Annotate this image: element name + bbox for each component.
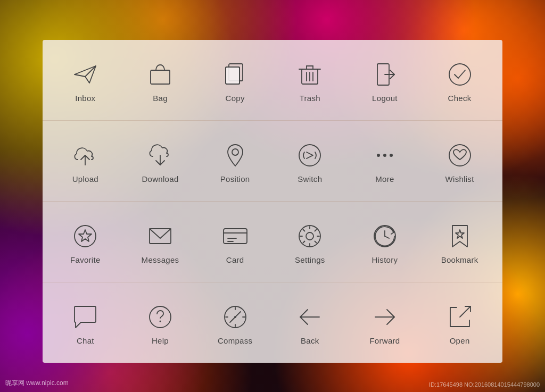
history-icon <box>370 221 400 251</box>
wishlist-icon <box>445 140 475 170</box>
bookmark-icon <box>445 221 475 251</box>
copy-item[interactable]: Copy <box>206 60 265 103</box>
logout-item[interactable]: Logout <box>356 60 414 103</box>
help-icon <box>145 302 175 332</box>
icon-row-1: Inbox Bag Copy <box>43 40 502 121</box>
messages-item[interactable]: Messages <box>131 221 189 264</box>
open-label: Open <box>450 336 470 345</box>
logout-label: Logout <box>372 94 398 103</box>
svg-point-46 <box>159 321 161 322</box>
svg-line-43 <box>385 236 389 238</box>
help-label: Help <box>152 336 169 345</box>
upload-item[interactable]: Upload <box>56 140 114 184</box>
inbox-icon <box>70 60 100 89</box>
more-icon <box>370 140 400 170</box>
check-item[interactable]: Check <box>431 60 489 103</box>
check-label: Check <box>448 94 472 103</box>
favorite-icon <box>70 221 100 251</box>
icon-row-3: Favorite Messages <box>43 202 502 282</box>
chat-label: Chat <box>77 336 94 345</box>
switch-label: Switch <box>298 174 322 184</box>
more-label: More <box>375 174 394 184</box>
svg-point-23 <box>449 145 470 166</box>
inbox-label: Inbox <box>75 94 95 103</box>
icon-row-4: Chat Help <box>43 282 502 363</box>
history-item[interactable]: History <box>356 221 414 264</box>
back-label: Back <box>301 336 319 345</box>
bookmark-label: Bookmark <box>441 255 478 264</box>
wishlist-item[interactable]: Wishlist <box>431 140 489 184</box>
svg-line-39 <box>315 230 317 231</box>
svg-line-38 <box>315 241 317 243</box>
forward-item[interactable]: Forward <box>356 302 414 345</box>
svg-line-50 <box>230 317 235 322</box>
back-item[interactable]: Back <box>280 302 339 345</box>
logout-icon <box>370 60 400 89</box>
svg-rect-27 <box>224 229 247 244</box>
bag-label: Bag <box>153 94 168 103</box>
open-icon <box>445 302 475 332</box>
upload-label: Upload <box>72 174 98 184</box>
trash-icon <box>295 60 325 89</box>
compass-label: Compass <box>218 336 252 345</box>
download-label: Download <box>142 174 178 184</box>
svg-rect-1 <box>151 70 170 84</box>
compass-icon <box>220 302 250 332</box>
compass-item[interactable]: Compass <box>206 302 265 345</box>
svg-line-57 <box>460 306 470 317</box>
help-item[interactable]: Help <box>131 302 189 345</box>
svg-point-19 <box>299 145 320 166</box>
chat-item[interactable]: Chat <box>56 302 114 345</box>
icon-row-2: Upload Download Position <box>43 121 502 202</box>
back-icon <box>295 302 325 332</box>
position-icon <box>220 140 250 170</box>
svg-point-24 <box>75 226 96 247</box>
history-label: History <box>372 255 398 264</box>
switch-icon <box>295 140 325 170</box>
svg-point-45 <box>150 306 171 328</box>
position-item[interactable]: Position <box>206 140 265 184</box>
settings-item[interactable]: Settings <box>280 221 339 264</box>
svg-line-37 <box>303 230 305 231</box>
open-item[interactable]: Open <box>431 302 489 345</box>
trash-label: Trash <box>300 94 320 103</box>
svg-line-49 <box>235 312 241 317</box>
download-item[interactable]: Download <box>131 140 189 184</box>
chat-icon <box>70 302 100 332</box>
download-icon <box>145 140 175 170</box>
messages-label: Messages <box>142 255 179 264</box>
svg-point-18 <box>232 149 238 155</box>
inbox-item[interactable]: Inbox <box>56 60 114 103</box>
position-label: Position <box>220 174 250 184</box>
svg-point-22 <box>390 154 393 157</box>
switch-item[interactable]: Switch <box>280 140 339 184</box>
more-item[interactable]: More <box>356 140 414 184</box>
card-item[interactable]: Card <box>206 221 265 264</box>
watermark-left: 昵享网 www.nipic.com <box>5 379 69 388</box>
messages-icon <box>145 221 175 251</box>
forward-icon <box>370 302 400 332</box>
card-icon <box>220 221 250 251</box>
settings-label: Settings <box>295 255 325 264</box>
check-icon <box>445 60 475 89</box>
svg-point-20 <box>377 154 380 157</box>
watermark-right: ID:17645498 NO:20160814015444798000 <box>429 381 540 388</box>
card-label: Card <box>226 255 244 264</box>
svg-point-32 <box>306 232 313 240</box>
svg-marker-44 <box>456 230 464 238</box>
settings-icon <box>295 221 325 251</box>
wishlist-label: Wishlist <box>445 174 474 184</box>
bag-icon <box>145 60 175 89</box>
trash-item[interactable]: Trash <box>280 60 339 103</box>
copy-icon <box>220 60 250 89</box>
svg-point-15 <box>449 64 470 85</box>
bag-item[interactable]: Bag <box>131 60 189 103</box>
svg-point-21 <box>383 154 386 157</box>
upload-icon <box>70 140 100 170</box>
bookmark-item[interactable]: Bookmark <box>431 221 489 264</box>
favorite-item[interactable]: Favorite <box>56 221 114 264</box>
svg-marker-25 <box>79 230 92 241</box>
forward-label: Forward <box>369 336 400 345</box>
svg-rect-3 <box>226 67 240 84</box>
favorite-label: Favorite <box>70 255 101 264</box>
